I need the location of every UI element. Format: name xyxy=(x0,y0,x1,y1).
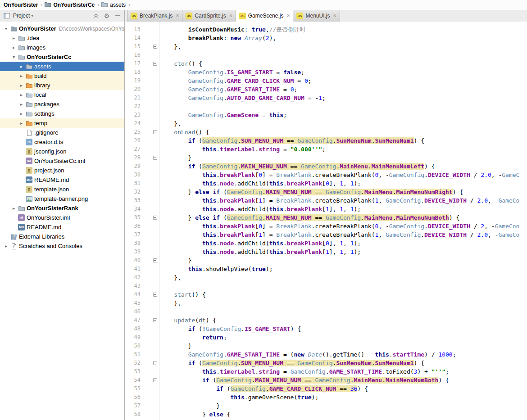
chevron-right-icon[interactable]: ▸ xyxy=(10,45,17,50)
tree-item-template-banner-png[interactable]: template-banner.png xyxy=(0,194,124,203)
code-line[interactable]: 32 } else if (GameConfig.MAIN_MENU_NUM =… xyxy=(125,188,527,196)
code-line[interactable]: 30 this.breakPlank[0] = BreakPlank.creat… xyxy=(125,171,527,179)
code-line[interactable]: 20 GameConfig.GAME_START_TIME = 0; xyxy=(125,85,527,94)
chevron-down-icon[interactable]: ▾ xyxy=(31,14,33,18)
code-line[interactable]: 13 isCountDownMusic: true,//是否倒计时 xyxy=(125,25,527,34)
code-line[interactable]: 14 breakPlank: new Array(2), xyxy=(125,34,527,42)
code-line[interactable]: 21 GameConfig.AUTO_ADD_GAME_CARD_NUM = -… xyxy=(125,94,527,102)
tree-item-packages[interactable]: ▸packages xyxy=(0,99,124,109)
code-line[interactable]: 28 } xyxy=(125,154,527,162)
breadcrumb-item[interactable]: OnYourSister xyxy=(4,2,38,8)
tree-item-images[interactable]: ▸images xyxy=(0,43,124,52)
code-line[interactable]: 22 xyxy=(125,102,527,111)
code-line[interactable]: 29 if (GameConfig.MAIN_MENU_NUM == GameC… xyxy=(125,162,527,171)
fold-marker-icon[interactable] xyxy=(153,293,157,297)
code-line[interactable]: 24 }, xyxy=(125,119,527,128)
fold-marker-icon[interactable] xyxy=(153,62,157,66)
tree-item-onyoursister-iml[interactable]: IMOnYourSister.iml xyxy=(0,213,124,222)
settings-gear-icon[interactable]: ⚙ xyxy=(103,12,111,20)
tree-item-temp[interactable]: ▸temp xyxy=(0,118,124,128)
tree-item-template-json[interactable]: {}template.json xyxy=(0,185,124,194)
code-line[interactable]: 15 }, xyxy=(125,42,527,51)
code-line[interactable]: 42 }, xyxy=(125,273,527,282)
code-line[interactable]: 34 this.node.addChild(this.breakPlank[1]… xyxy=(125,205,527,213)
fold-marker-icon[interactable] xyxy=(153,378,157,382)
tree-item-assets[interactable]: ▸assets xyxy=(0,62,124,71)
tree-item-onyoursisterrank[interactable]: ▸OnYourSisterRank xyxy=(0,203,124,213)
chevron-right-icon[interactable]: ▸ xyxy=(18,83,25,88)
code-line[interactable]: 18 GameConfig.IS_GAME_START = false; xyxy=(125,68,527,77)
hide-panel-icon[interactable] xyxy=(114,12,122,20)
code-line[interactable]: 57 } xyxy=(125,402,527,410)
breadcrumb-item[interactable]: assets xyxy=(101,1,126,9)
tree-item--idea[interactable]: ▸.idea xyxy=(0,33,124,43)
code-line[interactable]: 17 ctor() { xyxy=(125,59,527,68)
code-line[interactable]: 49 return; xyxy=(125,333,527,342)
code-line[interactable]: 27 this.timerLabel.string = "0.000''"; xyxy=(125,145,527,154)
code-line[interactable]: 45 }, xyxy=(125,299,527,307)
editor[interactable]: 13 isCountDownMusic: true,//是否倒计时14 brea… xyxy=(125,22,527,420)
code-line[interactable]: 52 if (GameConfig.SUN_MENU_NUM == GameCo… xyxy=(125,359,527,367)
tree-item-scratches-and-consoles[interactable]: ▸Scratches and Consoles xyxy=(0,241,124,251)
code-line[interactable]: 39 this.node.addChild(this.breakPlank[1]… xyxy=(125,248,527,256)
editor-tab[interactable]: JSBreakPlank.js× xyxy=(127,10,182,22)
tab-close-icon[interactable]: × xyxy=(286,13,290,19)
tree-item-jsconfig-json[interactable]: {}jsconfig.json xyxy=(0,147,124,156)
project-panel-title[interactable]: Project xyxy=(13,13,30,19)
code-line[interactable]: 48 if (!GameConfig.IS_GAME_START) { xyxy=(125,325,527,333)
tab-close-icon[interactable]: × xyxy=(229,13,232,19)
tree-item--gitignore[interactable]: .gitignore xyxy=(0,128,124,137)
tree-item-external-libraries[interactable]: External Libraries xyxy=(0,232,124,241)
chevron-right-icon[interactable]: ▸ xyxy=(10,206,17,211)
tree-item-build[interactable]: ▸build xyxy=(0,71,124,81)
chevron-right-icon[interactable]: ▸ xyxy=(3,244,9,248)
tree-item-creator-d-ts[interactable]: TScreator.d.ts xyxy=(0,137,124,147)
breadcrumb-item[interactable]: OnYourSisterCc xyxy=(44,1,95,9)
code-line[interactable]: 53 this.timerLabel.string = GameConfig.G… xyxy=(125,367,527,376)
code-line[interactable]: 36 this.breakPlank[0] = BreakPlank.creat… xyxy=(125,222,527,230)
chevron-right-icon[interactable]: ▸ xyxy=(18,64,25,69)
tree-item-onyoursistercc[interactable]: ▾OnYourSisterCc xyxy=(0,52,124,62)
chevron-right-icon[interactable]: ▸ xyxy=(18,111,25,116)
chevron-down-icon[interactable]: ▾ xyxy=(10,54,17,59)
chevron-right-icon[interactable]: ▸ xyxy=(18,121,25,126)
tab-close-icon[interactable]: × xyxy=(176,13,179,19)
editor-tab[interactable]: JSMenuUI.js× xyxy=(293,10,340,22)
editor-tab[interactable]: JSGameScene.js× xyxy=(236,10,294,22)
fold-marker-icon[interactable] xyxy=(153,216,157,220)
tree-item-readme-md[interactable]: MDREADME.md xyxy=(0,222,124,232)
code-line[interactable]: 41 this.showHelpView(true); xyxy=(125,265,527,273)
code-line[interactable]: 50 } xyxy=(125,342,527,350)
tree-item-library[interactable]: ▸library xyxy=(0,81,124,90)
collapse-all-icon[interactable] xyxy=(92,12,100,20)
code-line[interactable]: 25 onLoad() { xyxy=(125,128,527,136)
code-line[interactable]: 58 } else { xyxy=(125,410,527,419)
code-line[interactable]: 19 GameConfig.GAME_CARD_CLICK_NUM = 0; xyxy=(125,77,527,85)
fold-marker-icon[interactable] xyxy=(153,45,157,49)
code-line[interactable]: 23 GameConfig.GameScene = this; xyxy=(125,111,527,119)
code-line[interactable]: 43 xyxy=(125,282,527,290)
tree-item-project-json[interactable]: {}project.json xyxy=(0,166,124,175)
chevron-right-icon[interactable]: ▸ xyxy=(18,102,25,107)
tab-close-icon[interactable]: × xyxy=(333,13,336,19)
tree-item-onyoursistercc-iml[interactable]: IMOnYourSisterCc.iml xyxy=(0,156,124,166)
code-line[interactable]: 37 this.breakPlank[1] = BreakPlank.creat… xyxy=(125,230,527,239)
code-line[interactable]: 54 if (GameConfig.MAIN_MENU_NUM == GameC… xyxy=(125,376,527,384)
fold-marker-icon[interactable] xyxy=(153,130,157,134)
code-line[interactable]: 38 this.node.addChild(this.breakPlank[0]… xyxy=(125,239,527,248)
fold-marker-icon[interactable] xyxy=(153,318,157,322)
chevron-right-icon[interactable]: ▸ xyxy=(18,73,25,78)
fold-marker-icon[interactable] xyxy=(153,361,157,365)
chevron-right-icon[interactable]: ▸ xyxy=(10,36,17,41)
code-line[interactable]: 35 } else if (GameConfig.MAIN_MENU_NUM =… xyxy=(125,213,527,222)
code-line[interactable]: 44 start() { xyxy=(125,290,527,299)
tree-item-settings[interactable]: ▸settings xyxy=(0,109,124,118)
code-line[interactable]: 51 GameConfig.GAME_START_TIME = (new Dat… xyxy=(125,350,527,359)
fold-marker-icon[interactable] xyxy=(153,156,157,160)
code-line[interactable]: 40 } xyxy=(125,256,527,265)
tree-item-local[interactable]: ▸local xyxy=(0,90,124,99)
code-line[interactable]: 31 this.node.addChild(this.breakPlank[0]… xyxy=(125,179,527,188)
project-panel-icon[interactable] xyxy=(3,12,11,20)
chevron-right-icon[interactable]: ▸ xyxy=(18,92,25,97)
tree-item-onyoursister[interactable]: ▾OnYourSisterD:\cocosWorkspaces\OnYourSi… xyxy=(0,24,124,33)
